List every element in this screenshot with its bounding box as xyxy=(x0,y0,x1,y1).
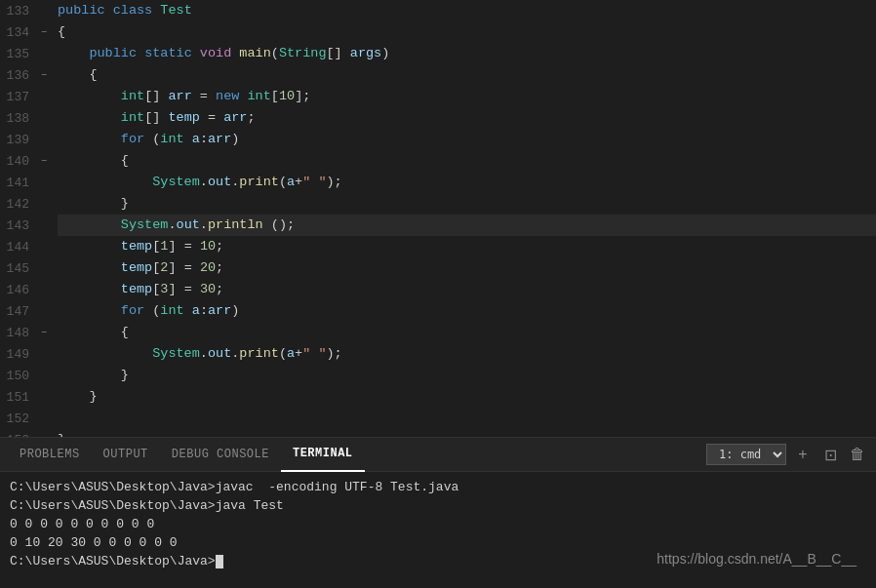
line-number: 135 xyxy=(0,47,37,61)
line-number: 145 xyxy=(0,261,37,276)
terminal-selector[interactable]: 1: cmd xyxy=(706,444,786,465)
code-line: } xyxy=(58,386,876,408)
line-number: 138 xyxy=(0,111,37,126)
line-number: 150 xyxy=(0,369,37,383)
panel-tab-output[interactable]: OUTPUT xyxy=(92,438,160,472)
line-number: 137 xyxy=(0,90,37,104)
line-row: 138 xyxy=(0,107,54,129)
line-number: 147 xyxy=(0,304,37,319)
code-line: { xyxy=(58,21,876,43)
line-number: 140 xyxy=(0,154,37,169)
line-row: 137 xyxy=(0,86,54,107)
code-line: for (int a:arr) xyxy=(58,300,876,322)
line-row: 150 xyxy=(0,365,54,386)
line-row: 135 xyxy=(0,43,54,64)
line-number: 141 xyxy=(0,176,37,190)
split-terminal-button[interactable]: ⊡ xyxy=(819,444,841,465)
code-line: { xyxy=(58,322,876,343)
watermark: https://blog.csdn.net/A__B__C__ xyxy=(657,550,856,568)
line-row: 146 xyxy=(0,279,54,300)
terminal-cursor xyxy=(216,555,223,568)
code-line: temp[3] = 30; xyxy=(58,279,876,300)
bottom-panel: PROBLEMSOUTPUTDEBUG CONSOLETERMINAL 1: c… xyxy=(0,437,876,588)
code-line: } xyxy=(58,193,876,215)
line-row: 151 xyxy=(0,386,54,408)
line-number: 136 xyxy=(0,68,37,83)
line-row: 147 xyxy=(0,300,54,322)
panel-controls: 1: cmd + ⊡ 🗑 xyxy=(706,444,868,465)
add-terminal-button[interactable]: + xyxy=(792,444,814,465)
code-line: for (int a:arr) xyxy=(58,129,876,150)
line-number: 133 xyxy=(0,4,37,19)
code-line: System.out.println (); xyxy=(58,215,876,236)
line-row: 142 xyxy=(0,193,54,215)
line-row: 143 xyxy=(0,215,54,236)
code-line: System.out.print(a+" "); xyxy=(58,343,876,365)
line-number: 142 xyxy=(0,197,37,212)
terminal-content[interactable]: C:\Users\ASUS\Desktop\Java>javac -encodi… xyxy=(0,472,876,588)
code-line: { xyxy=(58,64,876,86)
panel-tab-debug-console[interactable]: DEBUG CONSOLE xyxy=(160,438,281,472)
line-row: 153 xyxy=(0,429,54,437)
code-line: int[] arr = new int[10]; xyxy=(58,86,876,107)
line-row: 149 xyxy=(0,343,54,365)
code-line: temp[1] = 10; xyxy=(58,236,876,257)
code-line: System.out.print(a+" "); xyxy=(58,172,876,193)
line-number: 153 xyxy=(0,433,37,438)
line-number: 149 xyxy=(0,347,37,362)
fold-icon[interactable]: − xyxy=(37,27,51,38)
line-number: 144 xyxy=(0,240,37,255)
line-numbers: 133134−135136−137138139140−1411421431441… xyxy=(0,0,54,437)
fold-icon[interactable]: − xyxy=(37,156,51,167)
code-line: int[] temp = arr; xyxy=(58,107,876,129)
close-terminal-button[interactable]: 🗑 xyxy=(847,444,868,465)
line-row: 152 xyxy=(0,408,54,429)
code-line: } xyxy=(58,365,876,386)
code-area[interactable]: public class Test{ public static void ma… xyxy=(54,0,876,437)
terminal-line: C:\Users\ASUS\Desktop\Java>javac -encodi… xyxy=(10,478,866,496)
line-number: 152 xyxy=(0,412,37,426)
panel-tabs: PROBLEMSOUTPUTDEBUG CONSOLETERMINAL 1: c… xyxy=(0,438,876,472)
terminal-line: C:\Users\ASUS\Desktop\Java>java Test xyxy=(10,496,866,515)
code-line: temp[2] = 20; xyxy=(58,257,876,279)
panel-tab-terminal[interactable]: TERMINAL xyxy=(281,438,365,472)
editor-area: 133134−135136−137138139140−1411421431441… xyxy=(0,0,876,437)
line-row: 136− xyxy=(0,64,54,86)
line-number: 143 xyxy=(0,218,37,233)
fold-icon[interactable]: − xyxy=(37,328,51,338)
fold-icon[interactable]: − xyxy=(37,70,51,81)
line-row: 141 xyxy=(0,172,54,193)
code-line: { xyxy=(58,150,876,172)
line-number: 134 xyxy=(0,25,37,40)
line-row: 148− xyxy=(0,322,54,343)
line-row: 140− xyxy=(0,150,54,172)
line-number: 148 xyxy=(0,326,37,340)
line-number: 146 xyxy=(0,283,37,297)
line-row: 134− xyxy=(0,21,54,43)
line-row: 133 xyxy=(0,0,54,21)
code-line: } xyxy=(58,429,876,437)
terminal-line: 0 0 0 0 0 0 0 0 0 0 xyxy=(10,515,866,533)
line-number: 151 xyxy=(0,390,37,405)
code-line: public class Test xyxy=(58,0,876,21)
code-line xyxy=(58,408,876,429)
line-row: 145 xyxy=(0,257,54,279)
panel-tab-problems[interactable]: PROBLEMS xyxy=(8,438,92,472)
code-line: public static void main(String[] args) xyxy=(58,43,876,64)
line-row: 144 xyxy=(0,236,54,257)
line-row: 139 xyxy=(0,129,54,150)
line-number: 139 xyxy=(0,133,37,147)
